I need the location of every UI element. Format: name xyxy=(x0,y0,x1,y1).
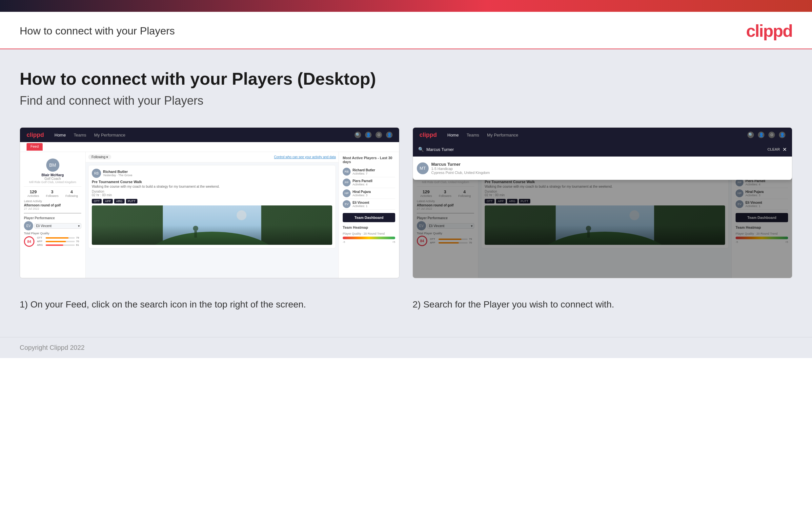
feed-user-avatar-1: RB xyxy=(92,169,101,178)
active-player-avatar-2-1: PP xyxy=(343,178,350,186)
feed-duration-1: Duration02 hr : 00 min xyxy=(92,190,332,197)
player-perf-1: EV Eli Vincent ▾ xyxy=(24,221,81,230)
hero-section: How to connect with your Players (Deskto… xyxy=(20,69,792,108)
description-col-1: 1) On your Feed, click on the search ico… xyxy=(20,298,399,311)
page-title: How to connect with your Players xyxy=(20,25,175,37)
player-select-chevron-1: ▾ xyxy=(78,224,80,228)
team-heatmap-label-1: Team Heatmap xyxy=(343,225,395,229)
control-text-1[interactable]: Control who can see your activity and da… xyxy=(274,155,336,159)
mini-nav-perf-2[interactable]: My Performance xyxy=(487,133,518,137)
active-player-1-1: RB Richard Butler Activities: 7 xyxy=(343,166,395,177)
feed-user-row-1: RB Richard Butler Yesterday · The Grove xyxy=(92,169,332,178)
mini-nav-right-2: 🔍 👤 ⚙ 👤 xyxy=(748,132,785,138)
mini-right-1: Most Active Players - Last 30 days RB Ri… xyxy=(338,152,399,278)
active-player-acts-4-1: Activities: 1 xyxy=(352,205,369,208)
stat-following-1: 4 Following xyxy=(65,189,78,198)
tag-ott-1: OTT xyxy=(92,199,102,204)
player-perf-title-1: Player Performance xyxy=(24,216,81,220)
active-player-avatar-1-1: RB xyxy=(343,168,350,176)
player-avatar-1: EV xyxy=(24,221,33,230)
feed-user-name-1: Richard Butler xyxy=(103,170,133,174)
search-result-handicap-1: 1-5 Handicap xyxy=(431,167,490,171)
main-content: How to connect with your Players (Deskto… xyxy=(0,49,812,337)
stat-following-label-1: Following xyxy=(65,194,78,198)
following-btn-1[interactable]: Following ▾ xyxy=(88,155,111,160)
team-heatmap-1: Team Heatmap Player Quality · 20 Round T… xyxy=(343,225,395,244)
profile-club-1: Mill Ride Golf Club, United Kingdom xyxy=(24,180,81,184)
settings-icon-2[interactable]: ⚙ xyxy=(768,132,775,138)
mini-nav-home-1[interactable]: Home xyxy=(54,133,66,137)
search-icon-1[interactable]: 🔍 xyxy=(354,132,361,138)
search-clear-2[interactable]: CLEAR xyxy=(767,147,780,151)
bar-ott-1: OTT 79 xyxy=(37,236,81,239)
active-player-name-1-1: Richard Butler xyxy=(352,168,375,172)
mini-left-1: BM Blair McHarg Golf Coach Mill Ride Gol… xyxy=(20,152,86,278)
profile-area-1: BM Blair McHarg Golf Coach Mill Ride Gol… xyxy=(24,156,81,187)
player-select-1[interactable]: Eli Vincent ▾ xyxy=(35,223,81,229)
stat-followers-label-1: Followers xyxy=(46,194,59,198)
tag-arg-1: ARG xyxy=(114,199,125,204)
profile-role-1: Golf Coach xyxy=(24,177,81,180)
feed-tags-1: OTT APP ARG PUTT xyxy=(92,199,332,204)
search-result-name-1: Marcus Turner xyxy=(431,162,490,167)
feed-activity-desc-1: Walking the course with my coach to buil… xyxy=(92,185,332,188)
mini-logo-2: clippd xyxy=(420,132,437,138)
footer-text: Copyright Clippd 2022 xyxy=(20,344,85,351)
feed-user-sub-1: Yesterday · The Grove xyxy=(103,174,133,177)
settings-icon-1[interactable]: ⚙ xyxy=(376,132,382,138)
screenshot-1-frame: clippd Home Teams My Performance 🔍 👤 ⚙ 👤… xyxy=(20,127,399,278)
search-icon-2[interactable]: 🔍 xyxy=(748,132,754,138)
search-result-1[interactable]: MT Marcus Turner 1-5 Handicap Cypress Po… xyxy=(416,159,790,177)
description-text-1: 1) On your Feed, click on the search ico… xyxy=(20,298,399,311)
team-dashboard-btn-1[interactable]: Team Dashboard xyxy=(343,213,395,222)
feed-tab-1[interactable]: Feed xyxy=(27,143,43,151)
bar-arg-1: ARG 61 xyxy=(37,244,81,247)
tag-app-1: APP xyxy=(103,199,113,204)
screenshot-1-col: clippd Home Teams My Performance 🔍 👤 ⚙ 👤… xyxy=(20,127,399,278)
stat-activities-num-1: 129 xyxy=(27,189,39,194)
active-player-acts-3-1: Activities: 3 xyxy=(352,194,371,197)
active-player-name-3-1: Hiral Pujara xyxy=(352,190,371,194)
following-row-1: Following ▾ Control who can see your act… xyxy=(86,152,338,162)
mini-nav-teams-1[interactable]: Teams xyxy=(74,133,86,137)
stats-row-1: 129 Activities 3 Followers 4 Following xyxy=(24,189,81,198)
screenshots-row: clippd Home Teams My Performance 🔍 👤 ⚙ 👤… xyxy=(20,127,792,278)
svg-point-2 xyxy=(237,210,247,220)
feed-image-overlay-1 xyxy=(92,225,332,245)
avatar-icon-1[interactable]: 👤 xyxy=(386,132,392,138)
active-player-2-1: PP Piers Parnell Activities: 4 xyxy=(343,177,395,188)
description-col-2: 2) Search for the Player you wish to con… xyxy=(413,298,792,311)
heatmap-bar-1 xyxy=(343,237,395,239)
quality-circle-1: 84 xyxy=(24,236,35,247)
active-player-3-1: HP Hiral Pujara Activities: 3 xyxy=(343,188,395,199)
top-bar xyxy=(0,0,812,12)
user-icon-1[interactable]: 👤 xyxy=(365,132,372,138)
mini-nav-right-1: 🔍 👤 ⚙ 👤 xyxy=(354,132,392,138)
feed-activity-title-1: Pre Tournament Course Walk xyxy=(92,180,332,184)
stat-activities-label-1: Activities xyxy=(27,194,39,198)
stat-activities-1: 129 Activities xyxy=(27,189,39,198)
hero-subtitle: Find and connect with your Players xyxy=(20,94,792,108)
profile-avatar-1: BM xyxy=(46,159,59,172)
mini-body-1: BM Blair McHarg Golf Coach Mill Ride Gol… xyxy=(20,152,399,278)
mini-nav-teams-2[interactable]: Teams xyxy=(467,133,479,137)
latest-activity-1: Afternoon round of golf xyxy=(24,204,81,207)
stat-following-num-1: 4 xyxy=(65,189,78,194)
search-icon-input-2: 🔍 xyxy=(418,147,424,152)
mini-nav-1: clippd Home Teams My Performance 🔍 👤 ⚙ 👤 xyxy=(20,128,399,142)
mini-nav-2: clippd Home Teams My Performance 🔍 👤 ⚙ 👤 xyxy=(413,128,792,142)
latest-date-1: 27 Jul 2022 xyxy=(24,207,81,210)
header: How to connect with your Players clippd xyxy=(0,12,812,49)
search-input-2[interactable]: Marcus Turner xyxy=(426,147,765,152)
active-player-name-2-1: Piers Parnell xyxy=(352,179,373,183)
avatar-icon-2[interactable]: 👤 xyxy=(779,132,785,138)
search-result-info-1: Marcus Turner 1-5 Handicap Cypress Point… xyxy=(431,162,490,175)
search-close-2[interactable]: ✕ xyxy=(782,146,787,153)
mini-nav-home-2[interactable]: Home xyxy=(447,133,459,137)
user-icon-2[interactable]: 👤 xyxy=(758,132,764,138)
active-player-name-4-1: Eli Vincent xyxy=(352,201,369,205)
profile-name-1: Blair McHarg xyxy=(24,173,81,177)
feed-duration-val-1: 02 hr : 00 min xyxy=(92,193,112,197)
mini-nav-perf-1[interactable]: My Performance xyxy=(94,133,125,137)
search-result-avatar-1: MT xyxy=(417,162,429,174)
